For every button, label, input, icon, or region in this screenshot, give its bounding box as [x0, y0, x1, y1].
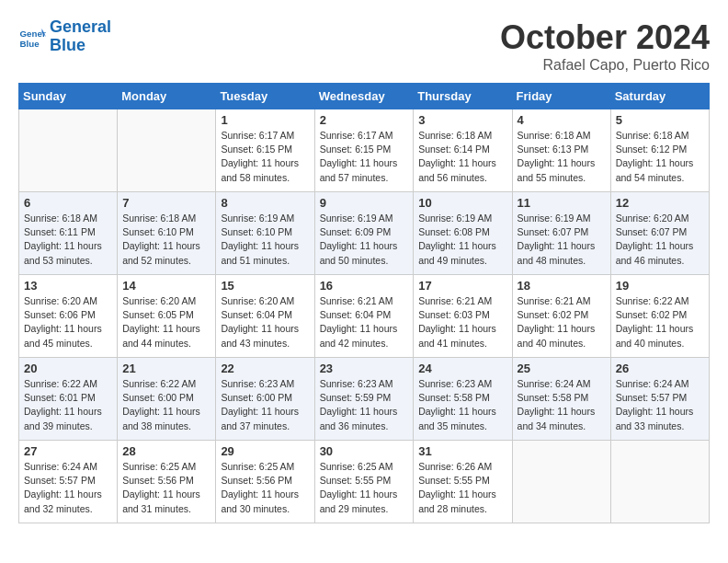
day-info: Sunrise: 6:25 AM Sunset: 5:56 PM Dayligh…	[221, 460, 309, 516]
day-number: 4	[518, 113, 606, 127]
calendar-cell: 16Sunrise: 6:21 AM Sunset: 6:04 PM Dayli…	[314, 275, 414, 358]
day-number: 17	[418, 279, 506, 293]
calendar-table: SundayMondayTuesdayWednesdayThursdayFrid…	[18, 83, 710, 523]
day-info: Sunrise: 6:26 AM Sunset: 5:55 PM Dayligh…	[418, 460, 506, 516]
header-saturday: Saturday	[610, 84, 709, 109]
day-number: 15	[221, 279, 309, 293]
location-title: Rafael Capo, Puerto Rico	[500, 57, 710, 74]
calendar-cell: 25Sunrise: 6:24 AM Sunset: 5:58 PM Dayli…	[512, 358, 610, 441]
day-info: Sunrise: 6:18 AM Sunset: 6:10 PM Dayligh…	[122, 212, 210, 268]
day-number: 26	[616, 362, 704, 375]
day-info: Sunrise: 6:23 AM Sunset: 5:58 PM Dayligh…	[418, 377, 506, 433]
calendar-cell: 18Sunrise: 6:21 AM Sunset: 6:02 PM Dayli…	[512, 275, 610, 358]
day-number: 23	[320, 362, 409, 375]
day-info: Sunrise: 6:20 AM Sunset: 6:06 PM Dayligh…	[24, 294, 112, 350]
day-info: Sunrise: 6:18 AM Sunset: 6:13 PM Dayligh…	[518, 129, 606, 185]
day-number: 31	[418, 444, 506, 458]
month-title: October 2024	[500, 18, 710, 57]
calendar-cell	[610, 441, 709, 523]
day-info: Sunrise: 6:21 AM Sunset: 6:03 PM Dayligh…	[418, 294, 506, 350]
day-number: 24	[418, 362, 506, 375]
day-info: Sunrise: 6:21 AM Sunset: 6:04 PM Dayligh…	[320, 294, 409, 350]
day-info: Sunrise: 6:23 AM Sunset: 5:59 PM Dayligh…	[320, 377, 409, 433]
calendar-cell: 6Sunrise: 6:18 AM Sunset: 6:11 PM Daylig…	[19, 192, 118, 275]
day-number: 2	[320, 113, 409, 127]
logo-line1: General	[50, 17, 111, 36]
day-info: Sunrise: 6:19 AM Sunset: 6:08 PM Dayligh…	[418, 212, 506, 268]
calendar-cell: 9Sunrise: 6:19 AM Sunset: 6:09 PM Daylig…	[314, 192, 414, 275]
logo: General Blue General Blue	[18, 18, 111, 55]
header-thursday: Thursday	[414, 84, 512, 109]
calendar-cell: 15Sunrise: 6:20 AM Sunset: 6:04 PM Dayli…	[216, 275, 314, 358]
day-number: 10	[418, 196, 506, 210]
day-info: Sunrise: 6:20 AM Sunset: 6:05 PM Dayligh…	[122, 294, 210, 350]
day-number: 28	[122, 444, 210, 458]
day-number: 25	[518, 362, 606, 375]
calendar-week-row: 1Sunrise: 6:17 AM Sunset: 6:15 PM Daylig…	[19, 109, 710, 192]
day-info: Sunrise: 6:18 AM Sunset: 6:14 PM Dayligh…	[418, 129, 506, 185]
day-number: 27	[24, 444, 112, 458]
day-info: Sunrise: 6:24 AM Sunset: 5:57 PM Dayligh…	[24, 460, 112, 516]
calendar-cell: 12Sunrise: 6:20 AM Sunset: 6:07 PM Dayli…	[610, 192, 709, 275]
day-info: Sunrise: 6:21 AM Sunset: 6:02 PM Dayligh…	[518, 294, 606, 350]
day-number: 5	[616, 113, 704, 127]
day-info: Sunrise: 6:17 AM Sunset: 6:15 PM Dayligh…	[221, 129, 309, 185]
day-info: Sunrise: 6:22 AM Sunset: 6:02 PM Dayligh…	[616, 294, 704, 350]
calendar-cell: 4Sunrise: 6:18 AM Sunset: 6:13 PM Daylig…	[512, 109, 610, 192]
calendar-cell: 10Sunrise: 6:19 AM Sunset: 6:08 PM Dayli…	[414, 192, 512, 275]
calendar-cell: 11Sunrise: 6:19 AM Sunset: 6:07 PM Dayli…	[512, 192, 610, 275]
calendar-cell: 24Sunrise: 6:23 AM Sunset: 5:58 PM Dayli…	[414, 358, 512, 441]
calendar-cell: 7Sunrise: 6:18 AM Sunset: 6:10 PM Daylig…	[118, 192, 216, 275]
day-number: 12	[616, 196, 704, 210]
day-info: Sunrise: 6:22 AM Sunset: 6:01 PM Dayligh…	[24, 377, 112, 433]
header-tuesday: Tuesday	[216, 84, 314, 109]
header-sunday: Sunday	[19, 84, 118, 109]
calendar-week-row: 6Sunrise: 6:18 AM Sunset: 6:11 PM Daylig…	[19, 192, 710, 275]
calendar-cell	[19, 109, 118, 192]
calendar-week-row: 20Sunrise: 6:22 AM Sunset: 6:01 PM Dayli…	[19, 358, 710, 441]
day-number: 11	[518, 196, 606, 210]
calendar-cell: 22Sunrise: 6:23 AM Sunset: 6:00 PM Dayli…	[216, 358, 314, 441]
calendar-header-row: SundayMondayTuesdayWednesdayThursdayFrid…	[19, 84, 710, 109]
logo-icon: General Blue	[18, 23, 46, 51]
day-number: 6	[24, 196, 112, 210]
day-info: Sunrise: 6:25 AM Sunset: 5:55 PM Dayligh…	[320, 460, 409, 516]
calendar-cell: 14Sunrise: 6:20 AM Sunset: 6:05 PM Dayli…	[118, 275, 216, 358]
day-info: Sunrise: 6:18 AM Sunset: 6:12 PM Dayligh…	[616, 129, 704, 185]
calendar-cell: 13Sunrise: 6:20 AM Sunset: 6:06 PM Dayli…	[19, 275, 118, 358]
logo-text: General Blue	[50, 18, 111, 55]
day-info: Sunrise: 6:19 AM Sunset: 6:09 PM Dayligh…	[320, 212, 409, 268]
day-info: Sunrise: 6:25 AM Sunset: 5:56 PM Dayligh…	[122, 460, 210, 516]
day-number: 3	[418, 113, 506, 127]
page-header: General Blue General Blue October 2024 R…	[18, 18, 710, 74]
calendar-cell: 19Sunrise: 6:22 AM Sunset: 6:02 PM Dayli…	[610, 275, 709, 358]
day-info: Sunrise: 6:22 AM Sunset: 6:00 PM Dayligh…	[122, 377, 210, 433]
day-number: 30	[320, 444, 409, 458]
day-info: Sunrise: 6:17 AM Sunset: 6:15 PM Dayligh…	[320, 129, 409, 185]
calendar-cell: 29Sunrise: 6:25 AM Sunset: 5:56 PM Dayli…	[216, 441, 314, 523]
calendar-cell: 2Sunrise: 6:17 AM Sunset: 6:15 PM Daylig…	[314, 109, 414, 192]
calendar-cell: 5Sunrise: 6:18 AM Sunset: 6:12 PM Daylig…	[610, 109, 709, 192]
day-info: Sunrise: 6:24 AM Sunset: 5:57 PM Dayligh…	[616, 377, 704, 433]
day-info: Sunrise: 6:23 AM Sunset: 6:00 PM Dayligh…	[221, 377, 309, 433]
day-info: Sunrise: 6:24 AM Sunset: 5:58 PM Dayligh…	[518, 377, 606, 433]
calendar-cell: 20Sunrise: 6:22 AM Sunset: 6:01 PM Dayli…	[19, 358, 118, 441]
header-monday: Monday	[118, 84, 216, 109]
calendar-cell: 26Sunrise: 6:24 AM Sunset: 5:57 PM Dayli…	[610, 358, 709, 441]
day-number: 13	[24, 279, 112, 293]
calendar-cell: 1Sunrise: 6:17 AM Sunset: 6:15 PM Daylig…	[216, 109, 314, 192]
day-number: 9	[320, 196, 409, 210]
day-number: 20	[24, 362, 112, 375]
day-number: 16	[320, 279, 409, 293]
header-friday: Friday	[512, 84, 610, 109]
calendar-week-row: 13Sunrise: 6:20 AM Sunset: 6:06 PM Dayli…	[19, 275, 710, 358]
svg-text:Blue: Blue	[20, 38, 40, 48]
day-number: 14	[122, 279, 210, 293]
title-block: October 2024 Rafael Capo, Puerto Rico	[500, 18, 710, 74]
day-number: 18	[518, 279, 606, 293]
day-number: 22	[221, 362, 309, 375]
calendar-cell: 21Sunrise: 6:22 AM Sunset: 6:00 PM Dayli…	[118, 358, 216, 441]
calendar-cell: 23Sunrise: 6:23 AM Sunset: 5:59 PM Dayli…	[314, 358, 414, 441]
day-number: 21	[122, 362, 210, 375]
day-info: Sunrise: 6:20 AM Sunset: 6:04 PM Dayligh…	[221, 294, 309, 350]
